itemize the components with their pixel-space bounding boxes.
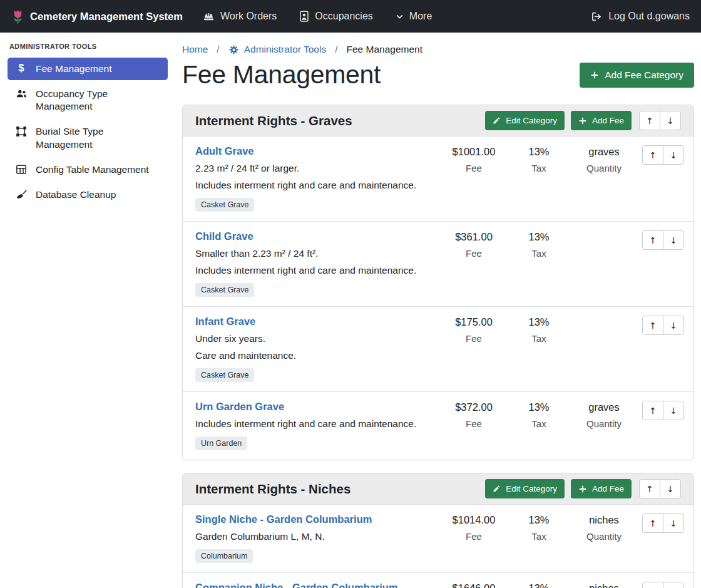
breadcrumb-separator: /	[217, 44, 219, 55]
fee-reorder-group: ↑ ↓	[637, 316, 684, 335]
arrow-up-icon: ↑	[649, 406, 657, 416]
move-fee-up-button[interactable]: ↑	[642, 401, 663, 420]
fee-amount-column: $372.00 Fee	[441, 401, 506, 429]
fee-label: Fee	[441, 531, 506, 542]
arrow-down-icon: ↓	[670, 150, 677, 160]
fee-row-single-niche-garden-columbarium: Single Niche - Garden Columbarium Garden…	[183, 505, 693, 572]
fee-tax-column: 13% Tax	[506, 145, 571, 173]
move-fee-up-button[interactable]: ↑	[642, 316, 663, 335]
fee-label: Fee	[441, 163, 506, 173]
move-fee-up-button[interactable]: ↑	[642, 582, 663, 588]
fee-name-link[interactable]: Infant Grave	[195, 316, 255, 328]
fee-descriptions: 2.23 m² / 24 ft² or larger.Includes inte…	[195, 163, 441, 191]
move-fee-down-button[interactable]: ↓	[663, 582, 684, 588]
vector-square-icon	[15, 126, 28, 137]
sidebar-item-burial-site-type-management[interactable]: Burial Site Type Management	[8, 120, 168, 155]
sidebar-item-occupancy-type-management[interactable]: Occupancy Type Management	[8, 83, 168, 118]
move-fee-down-button[interactable]: ↓	[663, 145, 684, 165]
sidebar-item-config-table-management[interactable]: Config Table Management	[8, 158, 168, 181]
move-fee-up-button[interactable]: ↑	[642, 145, 663, 165]
move-fee-up-button[interactable]: ↑	[642, 513, 663, 533]
fee-name-link[interactable]: Child Grave	[195, 230, 253, 242]
tulip-logo-icon	[11, 9, 24, 24]
edit-category-button[interactable]: Edit Category	[485, 479, 565, 498]
fee-category-card-interment-rights-graves: Interment Rights - Graves Edit Category …	[182, 105, 694, 460]
edit-category-button[interactable]: Edit Category	[485, 111, 565, 130]
breadcrumb-admin-tools-label: Administrator Tools	[244, 44, 327, 55]
logout-link[interactable]: Log Out d.gowans	[591, 11, 690, 22]
add-fee-button[interactable]: Add Fee	[571, 479, 632, 498]
category-list: Interment Rights - Graves Edit Category …	[182, 105, 694, 588]
tax-label: Tax	[506, 418, 571, 429]
fee-info: Infant Grave Under six years.Care and ma…	[195, 316, 441, 382]
arrow-down-icon: ↓	[670, 235, 677, 245]
fee-type-badge: Casket Grave	[195, 368, 254, 382]
plus-icon	[590, 71, 599, 80]
breadcrumb-separator: /	[335, 44, 337, 55]
move-category-down-button[interactable]: ↓	[660, 111, 681, 130]
sidebar-item-database-cleanup[interactable]: Database Cleanup	[8, 183, 168, 206]
chevron-down-icon	[396, 13, 404, 21]
fee-row-child-grave: Child Grave Smaller than 2.23 m² / 24 ft…	[183, 221, 693, 306]
nav-item-work-orders[interactable]: Work Orders	[203, 11, 277, 22]
fee-info: Adult Grave 2.23 m² / 24 ft² or larger.I…	[195, 145, 441, 212]
move-fee-up-button[interactable]: ↑	[642, 230, 663, 250]
fee-tax: 13%	[506, 514, 571, 526]
fee-quantity: graves	[571, 401, 637, 413]
app-brand: Cemetery Management System	[11, 9, 183, 24]
move-category-up-button[interactable]: ↑	[639, 111, 660, 130]
arrow-up-icon: ↑	[649, 321, 657, 331]
fee-name-link[interactable]: Single Niche - Garden Columbarium	[195, 513, 372, 525]
fee-quantity-column: niches Quantity	[571, 513, 637, 542]
fee-row-urn-garden-grave: Urn Garden Grave Includes interment righ…	[183, 391, 693, 460]
portrait-icon	[299, 11, 309, 22]
fee-quantity: graves	[571, 146, 637, 158]
fee-type-badge: Casket Grave	[195, 198, 254, 212]
pencil-icon	[493, 116, 501, 125]
sidebar-item-label: Fee Management	[36, 63, 112, 75]
dollar-icon: $	[15, 63, 28, 73]
breadcrumb-admin-tools-link[interactable]: Administrator Tools	[228, 44, 327, 55]
fee-quantity: niches	[571, 582, 637, 588]
fee-amount-column: $1646.00 Fee	[441, 582, 506, 588]
breadcrumb-home-link[interactable]: Home	[182, 44, 208, 55]
sidebar-item-label: Config Table Management	[36, 163, 149, 176]
nav-item-more[interactable]: More	[396, 11, 432, 22]
fee-name-link[interactable]: Urn Garden Grave	[195, 401, 284, 413]
top-navbar: Cemetery Management System Work Orders O…	[0, 0, 701, 33]
move-fee-down-button[interactable]: ↓	[663, 401, 684, 420]
fee-tax: 13%	[506, 316, 571, 328]
move-fee-down-button[interactable]: ↓	[663, 513, 684, 533]
quantity-label: Quantity	[571, 418, 637, 429]
arrow-up-icon: ↑	[649, 150, 657, 160]
add-fee-category-button[interactable]: Add Fee Category	[580, 63, 694, 88]
fee-row-adult-grave: Adult Grave 2.23 m² / 24 ft² or larger.I…	[183, 137, 693, 221]
quantity-label: Quantity	[571, 531, 637, 542]
arrow-down-icon: ↓	[667, 484, 674, 494]
move-fee-down-button[interactable]: ↓	[663, 230, 684, 250]
move-fee-down-button[interactable]: ↓	[663, 316, 684, 335]
fee-description: Care and maintenance.	[195, 350, 441, 361]
pencil-icon	[493, 485, 501, 493]
plus-icon	[578, 116, 587, 125]
nav-item-occupancies[interactable]: Occupancies	[299, 11, 373, 22]
edit-category-label: Edit Category	[506, 116, 557, 125]
fee-amount: $175.00	[441, 316, 506, 328]
fee-description: Includes interment right and care and ma…	[195, 265, 441, 276]
move-category-down-button[interactable]: ↓	[660, 479, 681, 498]
gear-icon	[228, 44, 239, 55]
fee-descriptions: Garden Columbarium L, M, N.	[195, 531, 441, 542]
fee-tax: 13%	[506, 231, 571, 243]
fee-amount: $1014.00	[441, 514, 506, 526]
sidebar-item-fee-management[interactable]: $ Fee Management	[8, 58, 168, 80]
fee-name-link[interactable]: Adult Grave	[195, 145, 254, 157]
nav-item-label: Work Orders	[220, 11, 277, 22]
fee-name-link[interactable]: Companion Niche - Garden Columbarium	[195, 582, 398, 588]
add-fee-button[interactable]: Add Fee	[571, 111, 632, 130]
fee-tax-column: 13% Tax	[506, 316, 571, 344]
move-category-up-button[interactable]: ↑	[639, 479, 660, 498]
fee-tax-column: 13% Tax	[506, 401, 571, 429]
sidebar-heading: ADMINISTRATOR TOOLS	[9, 43, 166, 50]
fee-description: Includes interment right and care and ma…	[195, 418, 441, 430]
page-header: Fee Management Add Fee Category	[182, 60, 694, 90]
